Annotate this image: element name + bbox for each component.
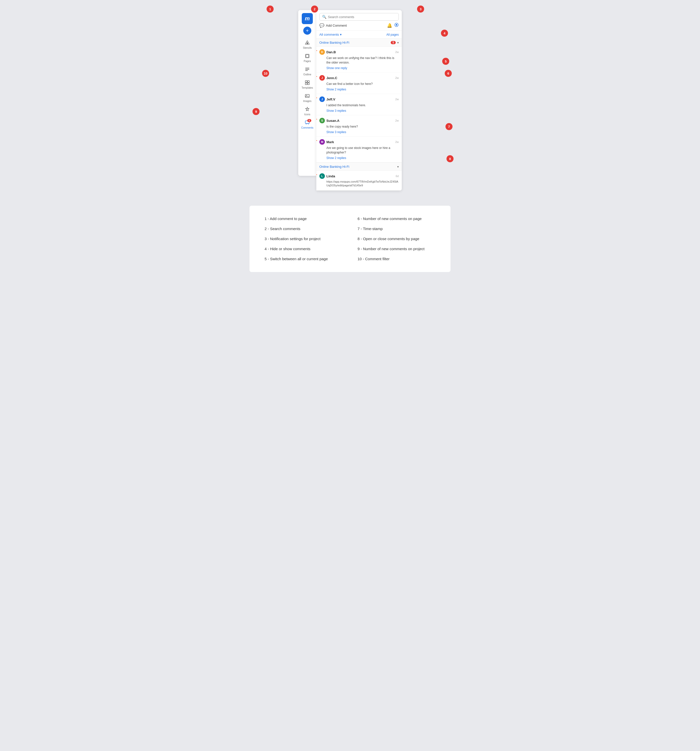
add-comment-icon: 💬 (319, 23, 324, 28)
pages-filter-label: All pages (386, 33, 399, 36)
add-button[interactable]: + (303, 26, 311, 35)
annotation-5: 5 (442, 58, 449, 65)
legend-grid: 1 - Add comment to page 6 - Number of ne… (265, 216, 435, 262)
comment-susan-author: Susan.A (327, 119, 339, 122)
sidebar-item-comments[interactable]: 5 Comments (298, 118, 316, 131)
icons-icon (305, 107, 310, 113)
legend-item-5: 5 - Switch between all or current page (265, 256, 342, 262)
comments-badge-wrapper: 5 (305, 120, 310, 126)
avatar-jenn: J (319, 75, 325, 80)
svg-rect-6 (305, 70, 308, 71)
comment-linda-author-area: L Linda (319, 173, 335, 179)
comment-linda: L Linda 6d https://app.moqups.com/67T8Vm… (316, 171, 402, 190)
comment-section-1: Online Banking Hi-Fi 5 ▾ D Dan.B (316, 39, 402, 163)
avatar-mark: M (319, 139, 325, 145)
legend-item-1: 1 - Add comment to page (265, 216, 342, 222)
comment-dan: D Dan.B 2w Can we work on unifying the n… (316, 47, 402, 73)
notification-button[interactable]: 🔔 (387, 23, 392, 28)
legend: 1 - Add comment to page 6 - Number of ne… (249, 206, 451, 272)
sidebar-item-icons[interactable]: Icons (298, 105, 316, 118)
ui-area: 1 2 3 4 5 6 7 8 9 (237, 10, 463, 191)
svg-rect-1 (307, 42, 308, 44)
comment-jeff-reply[interactable]: Show 3 replies (319, 109, 399, 113)
legend-item-6: 6 - Number of new comments on page (358, 216, 435, 222)
sidebar-item-pages[interactable]: Pages (298, 51, 316, 65)
search-input[interactable] (328, 15, 396, 19)
avatar-linda: L (319, 173, 325, 179)
svg-point-12 (306, 95, 307, 96)
pages-label: Pages (304, 60, 311, 63)
sidebar-item-templates[interactable]: Templates (298, 78, 316, 91)
legend-item-4: 4 - Hide or show comments (265, 246, 342, 252)
comment-jeff-time: 2w (395, 98, 399, 101)
svg-rect-10 (308, 83, 309, 85)
all-comments-filter[interactable]: All comments ▾ (319, 32, 342, 36)
comment-susan-reply[interactable]: Show 3 replies (319, 130, 399, 134)
svg-rect-4 (305, 68, 309, 68)
annotation-4: 4 (441, 29, 448, 37)
section-badge-area: 5 ▾ (391, 41, 399, 45)
comment-jenn-header: J Jenn.C 2w (319, 75, 399, 80)
comment-dan-author: Dan.B (327, 50, 336, 54)
comment-dan-reply[interactable]: Show one reply (319, 66, 399, 70)
comment-mark-author-area: M Mark (319, 139, 334, 145)
section-header-1[interactable]: Online Banking Hi-Fi 5 ▾ (316, 39, 402, 47)
comment-mark-author: Mark (327, 140, 334, 144)
search-icon: 🔍 (322, 15, 327, 19)
add-comment-label: Add Comment (326, 23, 347, 27)
legend-item-8: 8 - Open or close comments by page (358, 236, 435, 242)
comments-badge: 5 (307, 119, 311, 122)
comment-dan-time: 2w (395, 51, 399, 54)
section-1-badge: 5 (391, 41, 396, 44)
comment-linda-url: https://app.moqups.com/67T8VmDxKgbTwToNi… (319, 180, 399, 188)
legend-item-2: 2 - Search comments (265, 226, 342, 232)
section-2-title: Online Banking Hi-Fi (319, 165, 349, 168)
legend-item-9: 9 - Number of new comments on project (358, 246, 435, 252)
comments-scroll[interactable]: Online Banking Hi-Fi 5 ▾ D Dan.B (316, 39, 402, 191)
comment-mark-reply[interactable]: Show 2 replies (319, 156, 399, 160)
toolbar-icons: 🔔 (387, 23, 399, 28)
comment-dan-header: D Dan.B 2w (319, 49, 399, 55)
comment-jeff-header: J Jeff.V 2w (319, 96, 399, 102)
sidebar-item-stencils[interactable]: Stencils (298, 38, 316, 51)
comment-susan-time: 2w (395, 119, 399, 122)
add-comment-button[interactable]: 💬 Add Comment (319, 23, 347, 28)
images-label: Images (303, 100, 311, 103)
sidebar-item-images[interactable]: Images (298, 91, 316, 105)
comment-susan: S Susan.A 2w Is the copy ready here? Sho… (316, 115, 402, 137)
legend-item-10: 10 - Comment filter (358, 256, 435, 262)
section-header-2[interactable]: Online Banking Hi-Fi ▾ (316, 163, 402, 171)
svg-rect-5 (305, 69, 309, 70)
templates-icon (305, 80, 310, 86)
sidebar-item-outline[interactable]: Outline (298, 65, 316, 78)
search-input-wrap[interactable]: 🔍 (319, 13, 399, 21)
legend-item-3: 3 - Notification settings for project (265, 236, 342, 242)
comment-dan-author-area: D Dan.B (319, 49, 336, 55)
comment-jeff-author-area: J Jeff.V (319, 96, 335, 102)
all-pages-filter[interactable]: All pages (386, 33, 399, 36)
annotation-6: 6 (445, 70, 452, 77)
filter-chevron-icon: ▾ (340, 32, 342, 36)
comment-susan-text: Is the copy ready here? (319, 124, 399, 129)
annotation-8: 8 (446, 155, 454, 162)
comment-jenn-reply[interactable]: Show 2 replies (319, 88, 399, 91)
comment-mark: M Mark 2w Are we going to use stock imag… (316, 137, 402, 162)
pages-icon (305, 54, 310, 59)
comment-mark-time: 2w (395, 141, 399, 144)
comment-section-2: Online Banking Hi-Fi ▾ L Linda 6d (316, 163, 402, 191)
icons-label: Icons (304, 113, 310, 116)
comment-mark-text: Are we going to use stock images here or… (319, 146, 399, 155)
hide-show-button[interactable] (394, 23, 399, 28)
outline-icon (305, 67, 310, 73)
annotation-10: 10 (262, 70, 269, 77)
svg-rect-8 (308, 80, 309, 82)
annotation-7: 7 (446, 123, 452, 130)
stencils-icon (305, 40, 310, 46)
comment-jenn: J Jenn.C 2w Can we find a better icon fo… (316, 73, 402, 94)
annotation-1: 1 (266, 6, 274, 12)
section-1-title: Online Banking Hi-Fi (319, 41, 349, 45)
stencils-label: Stencils (303, 46, 311, 49)
comment-jenn-author: Jenn.C (327, 76, 337, 80)
app-logo[interactable]: m (302, 13, 313, 24)
comments-label: Comments (301, 126, 313, 129)
